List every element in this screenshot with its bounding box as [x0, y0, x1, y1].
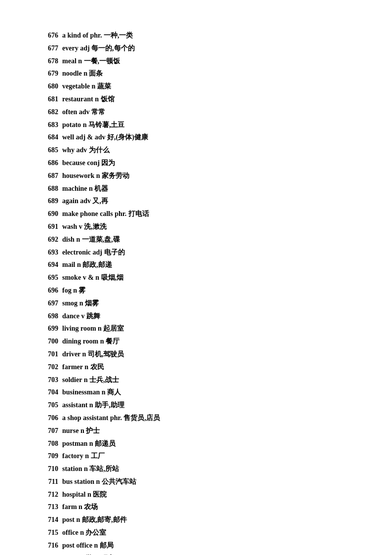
item-content: station n 车站,所站: [62, 463, 119, 475]
item-content: post n 邮政,邮寄,邮件: [62, 514, 127, 526]
item-number: 704: [39, 386, 58, 398]
list-item: 710station n 车站,所站: [39, 463, 353, 475]
item-number: 694: [39, 259, 58, 271]
item-pos: n: [100, 388, 107, 396]
item-content: because conj 因为: [62, 157, 115, 169]
item-word: assistant: [62, 401, 87, 409]
item-word: meal: [62, 57, 77, 65]
item-content: a shop assistant phr. 售货员,店员: [62, 412, 160, 424]
item-word: dance: [62, 312, 79, 320]
item-meaning: 一餐,一顿饭: [84, 57, 120, 65]
item-word: smog: [62, 299, 78, 307]
item-meaning: 打电话: [128, 210, 149, 217]
list-item: 706a shop assistant phr. 售货员,店员: [39, 412, 353, 424]
list-item: 681restaurant n 饭馆: [39, 93, 353, 105]
item-number: 701: [39, 348, 58, 360]
item-number: 679: [39, 68, 58, 80]
item-pos: adv: [78, 197, 93, 205]
item-number: 683: [39, 119, 58, 131]
list-item: 685why adv 为什么: [39, 144, 353, 156]
list-item: 679noodle n 面条: [39, 68, 353, 80]
list-item: 691wash v 洗,漱洗: [39, 221, 353, 233]
item-word: a shop assistant: [62, 414, 108, 422]
item-pos: v: [79, 312, 86, 320]
list-item: 689again adv 又,再: [39, 195, 353, 207]
item-pos: phr.: [108, 414, 123, 422]
item-word: hospital: [62, 491, 85, 498]
list-item: 690make phone calls phr. 打电话: [39, 208, 353, 220]
item-pos: n: [75, 516, 82, 523]
item-pos: n: [82, 376, 89, 384]
item-meaning: 因为: [101, 159, 115, 167]
item-pos: adv: [77, 108, 91, 116]
item-pos: n: [96, 325, 104, 332]
vocabulary-list: 676a kind of phr. 一种,一类677every adj 每一的,…: [39, 30, 353, 555]
item-content: office n 办公室: [62, 527, 106, 539]
item-content: housework n 家务劳动: [62, 170, 129, 182]
list-item: 713farm n 农场: [39, 501, 353, 513]
item-word: businessman: [62, 388, 100, 396]
item-word: mail: [62, 261, 75, 268]
item-meaning: 公共汽车站: [102, 478, 136, 485]
item-meaning: 医院: [93, 491, 107, 498]
item-word: farm: [62, 503, 77, 511]
item-pos: n: [87, 185, 95, 192]
item-number: 713: [39, 501, 58, 513]
item-word: living room: [62, 325, 96, 332]
item-meaning: 司机,驾驶员: [88, 350, 124, 358]
item-content: hospital n 医院: [62, 489, 107, 501]
item-meaning: 电子的: [104, 249, 125, 256]
item-pos: n: [94, 172, 102, 179]
list-item: 699living room n 起居室: [39, 323, 353, 335]
item-pos: n: [80, 350, 88, 358]
item-number: 696: [39, 285, 58, 297]
item-meaning: 商人: [107, 388, 121, 396]
item-pos: adj: [78, 44, 91, 52]
item-meaning: 工厂: [91, 452, 105, 460]
item-number: 684: [39, 131, 58, 143]
item-content: smoke v & n 吸烟,烟: [62, 272, 123, 284]
item-number: 687: [39, 170, 58, 182]
item-content: smog n 烟雾: [62, 298, 99, 309]
item-word: station: [62, 465, 82, 472]
item-word: why: [62, 146, 75, 154]
item-pos: n: [82, 70, 89, 77]
list-item: 695smoke v & n 吸烟,烟: [39, 272, 353, 284]
item-pos: n: [83, 452, 91, 460]
item-number: 677: [39, 43, 58, 54]
item-number: 700: [39, 336, 58, 347]
item-pos: n: [93, 95, 101, 103]
item-word: again: [62, 197, 78, 205]
item-word: a kind of: [62, 32, 88, 39]
item-content: assistant n 助手,助理: [62, 399, 124, 411]
item-content: vegetable n 蔬菜: [62, 81, 111, 92]
item-word: bus station: [62, 478, 94, 485]
item-number: 698: [39, 310, 58, 322]
item-content: machine n 机器: [62, 183, 108, 195]
item-pos: n: [81, 121, 88, 128]
list-item: 677every adj 每一的,每个的: [39, 43, 353, 54]
item-meaning: 每一的,每个的: [91, 44, 135, 52]
list-item: 697smog n 烟雾: [39, 298, 353, 309]
item-meaning: 售货员,店员: [123, 414, 160, 422]
item-word: postman: [62, 440, 87, 447]
item-content: farmer n 农民: [62, 361, 104, 373]
list-item: 707nurse n 护士: [39, 425, 353, 437]
list-item: 702farmer n 农民: [39, 361, 353, 373]
item-meaning: 雾: [78, 287, 85, 294]
item-number: 686: [39, 157, 58, 169]
list-item: 704businessman n 商人: [39, 386, 353, 398]
list-item: 696fog n 雾: [39, 285, 353, 297]
item-number: 690: [39, 208, 58, 220]
item-meaning: 饭馆: [101, 95, 115, 103]
list-item: 717study v 学习,研究: [39, 553, 353, 555]
item-word: driver: [62, 350, 80, 358]
item-number: 706: [39, 412, 58, 424]
item-meaning: 洗,漱洗: [84, 223, 107, 230]
item-word: make phone calls: [62, 210, 113, 217]
list-item: 694mail n 邮政,邮递: [39, 259, 353, 271]
item-content: fog n 雾: [62, 285, 85, 297]
item-content: potato n 马铃薯,土豆: [62, 119, 124, 131]
item-meaning: 一道菜,盘,碟: [82, 236, 120, 243]
item-number: 697: [39, 298, 58, 309]
